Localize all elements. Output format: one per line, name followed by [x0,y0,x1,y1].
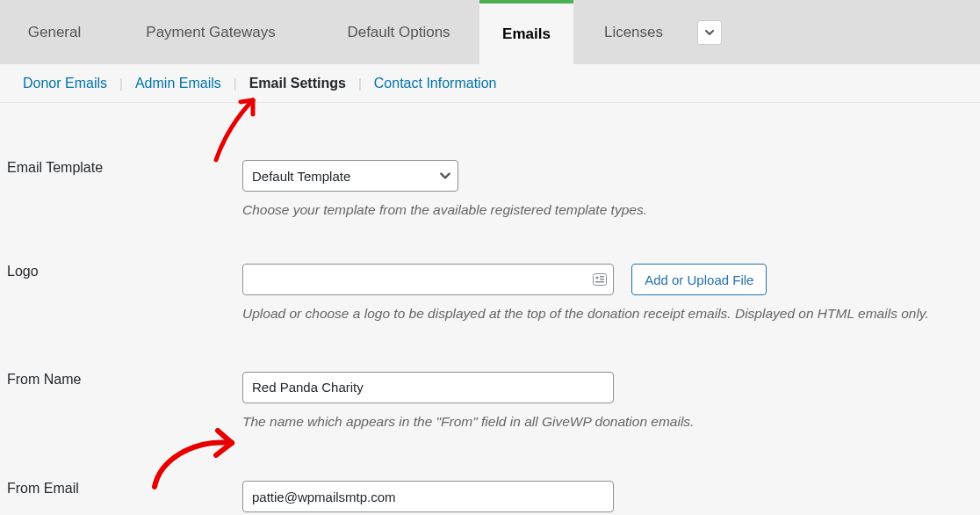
tabs-more-button[interactable] [697,20,722,45]
row-email-template: Email Template Default Template Choose y… [5,112,975,220]
label-from-email: From Email [5,481,242,515]
subtab-email-settings[interactable]: Email Settings [237,74,358,93]
email-subtabs: Donor Emails | Admin Emails | Email Sett… [0,64,980,103]
row-from-name: From Name The name which appears in the … [5,324,975,432]
settings-tab-bar: General Payment Gateways Default Options… [0,0,980,64]
help-from-name: The name which appears in the "From" fie… [242,403,971,432]
help-email-template: Choose your template from the available … [242,192,971,220]
input-from-name[interactable] [242,372,614,403]
tab-default-options[interactable]: Default Options [318,0,479,64]
tab-payment-gateways[interactable]: Payment Gateways [104,0,318,64]
subtab-admin-emails[interactable]: Admin Emails [123,74,234,93]
input-from-email[interactable] [242,481,614,512]
input-logo[interactable] [242,264,614,295]
tab-general[interactable]: General [5,0,104,64]
label-logo: Logo [5,264,242,323]
select-email-template[interactable]: Default Template [242,160,458,192]
button-add-upload-file[interactable]: Add or Upload File [631,264,767,295]
help-logo: Upload or choose a logo to be displayed … [242,295,971,323]
chevron-down-icon [704,27,715,38]
subtab-contact-info[interactable]: Contact Information [362,74,509,93]
tab-licenses[interactable]: Licenses [573,0,694,64]
tab-emails[interactable]: Emails [479,0,573,64]
row-logo: Logo Add or Upload File Upload or choose… [5,220,975,323]
row-from-email: From Email Email address from which all … [5,432,975,515]
label-email-template: Email Template [5,160,242,220]
email-settings-form: Email Template Default Template Choose y… [0,103,980,515]
subtab-donor-emails[interactable]: Donor Emails [11,74,119,93]
label-from-name: From Name [5,372,242,432]
